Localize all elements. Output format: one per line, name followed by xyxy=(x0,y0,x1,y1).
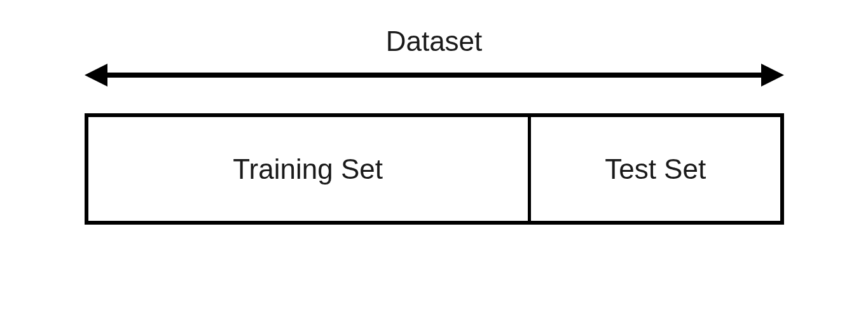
dataset-label-row: Dataset xyxy=(85,25,784,57)
dataset-split-container: Training Set Test Set xyxy=(85,113,784,225)
training-set-label: Training Set xyxy=(233,153,383,185)
test-set-label: Test Set xyxy=(605,153,706,185)
training-set-box: Training Set xyxy=(88,117,531,221)
dataset-extent-arrow xyxy=(85,62,784,88)
test-set-box: Test Set xyxy=(531,117,780,221)
svg-marker-2 xyxy=(761,64,784,87)
svg-marker-1 xyxy=(85,64,107,87)
double-arrow-icon xyxy=(85,62,784,88)
dataset-label: Dataset xyxy=(386,25,483,57)
